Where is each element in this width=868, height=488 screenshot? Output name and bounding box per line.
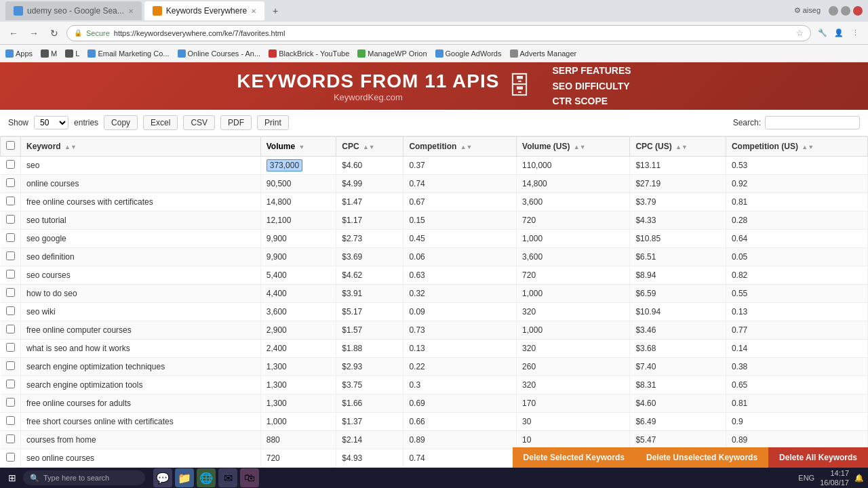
row-checkbox[interactable]	[6, 380, 15, 388]
bookmark-email-marketing[interactable]: Email Marketing Co...	[87, 49, 169, 58]
row-checkbox[interactable]	[6, 251, 15, 260]
secure-icon: 🔒	[74, 29, 82, 37]
select-all-header[interactable]	[1, 137, 21, 157]
cpc-us-cell: $10.94	[630, 303, 726, 321]
row-checkbox[interactable]	[6, 434, 15, 443]
row-checkbox[interactable]	[6, 160, 15, 169]
taskbar-app-store[interactable]: 🛍	[240, 468, 259, 487]
taskbar-notification-icon[interactable]: 🔔	[854, 474, 864, 483]
bookmark-star-icon[interactable]: ☆	[796, 28, 804, 38]
bookmark-m[interactable]: M	[41, 49, 57, 58]
competition-cell: 0.37	[403, 157, 517, 175]
start-button[interactable]: ⊞	[4, 471, 20, 485]
tab-keywords-everywhere[interactable]: Keywords Everywhere ✕	[144, 1, 264, 20]
row-checkbox-cell	[1, 175, 21, 193]
delete-selected-button[interactable]: Delete Selected Keywords	[513, 447, 635, 468]
minimize-button[interactable]	[829, 6, 838, 16]
volume-cell: 14,800	[260, 193, 336, 211]
cpc-us-cell: $13.11	[630, 157, 726, 175]
bookmark-online-courses[interactable]: Online Courses - An...	[178, 49, 261, 58]
cpc-column-header[interactable]: CPC ▲▼	[336, 137, 403, 157]
cpc-us-column-header[interactable]: CPC (US) ▲▼	[630, 137, 726, 157]
bookmark-l-label: L	[75, 49, 79, 58]
competition-us-cell: 0.05	[726, 248, 867, 266]
taskbar-app-chrome[interactable]: 🌐	[197, 468, 216, 487]
competition-us-column-header[interactable]: Competition (US) ▲▼	[726, 137, 867, 157]
search-input[interactable]	[765, 116, 860, 129]
row-checkbox[interactable]	[6, 288, 15, 297]
competition-column-header[interactable]: Competition ▲▼	[403, 137, 517, 157]
row-checkbox[interactable]	[6, 215, 15, 224]
pdf-button[interactable]: PDF	[220, 115, 252, 130]
row-checkbox-cell	[1, 358, 21, 376]
row-checkbox[interactable]	[6, 416, 15, 425]
excel-button[interactable]: Excel	[143, 115, 178, 130]
tab-close-udemy[interactable]: ✕	[128, 7, 134, 15]
bookmark-adverts-icon	[510, 49, 518, 58]
bookmark-adverts-label: Adverts Manager	[520, 49, 577, 58]
bookmark-managewp[interactable]: ManageWP Orion	[357, 49, 427, 58]
row-checkbox[interactable]	[6, 270, 15, 279]
tab-udemy[interactable]: udemy seo - Google Sea... ✕	[5, 1, 142, 20]
tab-close-ke[interactable]: ✕	[251, 7, 256, 15]
competition-us-cell: 0.53	[726, 157, 867, 175]
competition-cell: 0.66	[403, 413, 517, 431]
row-checkbox[interactable]	[6, 306, 15, 315]
taskbar-app-cortana[interactable]: 💬	[153, 468, 172, 487]
bookmark-adverts[interactable]: Adverts Manager	[510, 49, 577, 58]
menu-button[interactable]: ⋮	[848, 26, 863, 41]
taskbar-app-explorer[interactable]: 📁	[175, 468, 194, 487]
taskbar-app-mail[interactable]: ✉	[218, 468, 237, 487]
row-checkbox[interactable]	[6, 361, 15, 370]
bookmark-apps-label: Apps	[16, 49, 33, 58]
maximize-button[interactable]	[841, 6, 850, 16]
keyword-cell: search engine optimization techniques	[21, 358, 261, 376]
bookmark-adwords[interactable]: Google AdWords	[435, 49, 502, 58]
volume-us-column-header[interactable]: Volume (US) ▲▼	[517, 137, 630, 157]
volume-cell: 1,000	[260, 413, 336, 431]
volume-us-cell: 260	[517, 358, 630, 376]
delete-all-button[interactable]: Delete All Keywords	[768, 447, 868, 468]
keyword-cell: what is seo and how it works	[21, 340, 261, 358]
address-bar[interactable]: 🔒 Secure https://keywordseverywhere.com/…	[66, 25, 811, 41]
row-checkbox-cell	[1, 193, 21, 211]
row-checkbox-cell	[1, 376, 21, 394]
row-checkbox-cell	[1, 157, 21, 175]
copy-button[interactable]: Copy	[104, 115, 138, 130]
row-checkbox[interactable]	[6, 398, 15, 407]
taskbar-search[interactable]: 🔍 Type here to search	[23, 470, 145, 485]
bookmark-apps-icon	[5, 49, 14, 58]
bookmark-l[interactable]: L	[65, 49, 79, 58]
close-button[interactable]	[853, 6, 863, 16]
keywords-table: Keyword ▲▼ Volume ▼ CPC ▲▼ Competition ▲…	[0, 136, 868, 488]
row-checkbox[interactable]	[6, 233, 15, 242]
bookmark-apps[interactable]: Apps	[5, 49, 33, 58]
row-checkbox[interactable]	[6, 178, 15, 187]
competition-us-cell: 0.92	[726, 175, 867, 193]
entries-select[interactable]: 50 25 100	[34, 116, 68, 129]
keyword-cell: courses from home	[21, 431, 261, 449]
bookmark-blackbrick[interactable]: BlackBrick - YouTube	[269, 49, 349, 58]
new-tab-button[interactable]: +	[267, 3, 283, 19]
secure-label: Secure	[86, 29, 110, 37]
competition-us-cell: 0.77	[726, 321, 867, 340]
profile-button[interactable]: 👤	[831, 26, 846, 41]
refresh-button[interactable]: ↻	[46, 25, 62, 41]
extensions-button[interactable]: 🔧	[815, 26, 830, 41]
select-all-checkbox[interactable]	[6, 141, 15, 150]
print-button[interactable]: Print	[257, 115, 289, 130]
csv-button[interactable]: CSV	[183, 115, 215, 130]
volume-cell: 3,600	[260, 303, 336, 321]
row-checkbox[interactable]	[6, 453, 15, 462]
row-checkbox[interactable]	[6, 197, 15, 205]
bookmark-courses-label: Online Courses - An...	[188, 49, 261, 58]
row-checkbox[interactable]	[6, 325, 15, 333]
delete-unselected-button[interactable]: Delete Unselected Keywords	[635, 447, 768, 468]
row-checkbox[interactable]	[6, 343, 15, 352]
back-button[interactable]: ←	[5, 25, 22, 41]
forward-button[interactable]: →	[26, 25, 42, 41]
competition-cell: 0.45	[403, 230, 517, 248]
competition-cell: 0.3	[403, 376, 517, 394]
keyword-column-header[interactable]: Keyword ▲▼	[21, 137, 261, 157]
volume-column-header[interactable]: Volume ▼	[260, 137, 336, 157]
